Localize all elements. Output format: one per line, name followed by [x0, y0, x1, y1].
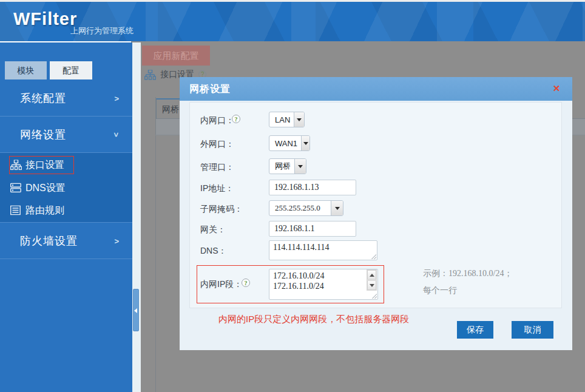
bridge-settings-dialog: 网桥设置 ✕ 内网口： ? LAN 外网口： WAN1 管理口： 网桥 IP地址…	[180, 77, 572, 350]
chevron-down-icon	[335, 207, 340, 210]
select-value: WAN1	[269, 139, 297, 148]
sidebar-item-label: 网络设置	[20, 127, 66, 142]
chevron-right-icon: >	[114, 93, 119, 103]
field-label-lan-port: 内网口：	[200, 115, 234, 126]
interface-icon	[144, 70, 156, 79]
field-label-mgmt-port: 管理口：	[200, 162, 234, 173]
sidebar-subitem-dns-settings[interactable]: DNS设置	[0, 177, 132, 200]
lan-port-select[interactable]: LAN	[269, 112, 305, 127]
ip-address-input[interactable]	[269, 180, 356, 195]
chevron-down-icon	[303, 142, 308, 145]
app-window: WFilter 上网行为管理系统 模块 配置 系统配置 > 网络设置 >	[0, 0, 585, 392]
app-subtitle: 上网行为管理系统	[70, 25, 134, 36]
dialog-warning-text: 内网的IP段只定义内网网段，不包括服务器网段	[218, 314, 409, 325]
sidebar-subitem-label: 路由规则	[25, 204, 64, 217]
dropdown-button[interactable]	[301, 136, 309, 150]
resize-handle-icon[interactable]	[371, 254, 376, 259]
sidebar-item-label: 防火墙设置	[20, 234, 78, 248]
field-label-subnet-mask: 子网掩码：	[200, 204, 243, 215]
sidebar-item-firewall-settings[interactable]: 防火墙设置 >	[0, 222, 132, 259]
field-label-wan-port: 外网口：	[200, 139, 234, 150]
sidebar-subitem-label: DNS设置	[25, 182, 66, 195]
collapse-left-icon	[134, 308, 137, 313]
sidebar-tab-config[interactable]: 配置	[50, 61, 92, 79]
chevron-right-icon: >	[114, 236, 119, 245]
sidebar-item-label: 系统配置	[20, 91, 66, 106]
field-label-ip-address: IP地址：	[200, 183, 234, 194]
sidebar: 模块 配置 系统配置 > 网络设置 > 接口设置	[0, 42, 132, 392]
app-header: WFilter 上网行为管理系统	[0, 2, 585, 41]
gateway-input[interactable]	[269, 221, 356, 237]
sidebar-item-network-settings[interactable]: 网络设置 >	[0, 117, 132, 153]
routes-icon	[10, 206, 22, 216]
select-value: 网桥	[269, 161, 291, 172]
dropdown-button[interactable]	[331, 201, 343, 215]
dns-textarea[interactable]: 114.114.114.114	[269, 240, 377, 260]
mgmt-port-select[interactable]: 网桥	[269, 158, 306, 174]
sidebar-collapse-handle[interactable]	[133, 289, 139, 331]
dropdown-button[interactable]	[294, 159, 306, 174]
save-button[interactable]: 保存	[457, 321, 493, 339]
close-icon[interactable]: ✕	[550, 83, 563, 95]
cancel-button[interactable]: 取消	[512, 321, 553, 339]
sidebar-item-system-config[interactable]: 系统配置 >	[0, 80, 132, 117]
dropdown-button[interactable]	[294, 112, 304, 127]
dialog-titlebar: 网桥设置 ✕	[180, 77, 572, 101]
select-value: 255.255.255.0	[269, 203, 327, 213]
field-highlight-box	[197, 265, 384, 303]
sidebar-gutter	[132, 42, 141, 392]
sidebar-tab-modules[interactable]: 模块	[5, 61, 47, 79]
field-label-dns: DNS：	[200, 246, 227, 257]
selected-item-highlight	[9, 156, 74, 174]
chevron-down-icon: >	[112, 132, 121, 137]
dialog-title: 网桥设置	[189, 83, 231, 95]
help-icon[interactable]: ?	[232, 115, 240, 123]
subnet-mask-select[interactable]: 255.255.255.0	[269, 200, 343, 216]
hint-example: 示例：192.168.10.0/24；	[423, 268, 512, 279]
wan-port-select[interactable]: WAN1	[269, 135, 310, 151]
select-value: LAN	[269, 115, 290, 124]
chevron-down-icon	[298, 165, 303, 168]
dns-icon	[10, 183, 22, 194]
app-logo: WFilter	[13, 9, 77, 29]
hint-one-per-line: 每个一行	[423, 285, 457, 296]
field-label-gateway: 网关：	[200, 225, 226, 235]
apply-config-button[interactable]: 应用新配置	[142, 46, 210, 66]
sidebar-subitem-routing-rules[interactable]: 路由规则	[0, 199, 132, 222]
panel-border	[155, 97, 156, 392]
chevron-down-icon	[297, 118, 302, 121]
